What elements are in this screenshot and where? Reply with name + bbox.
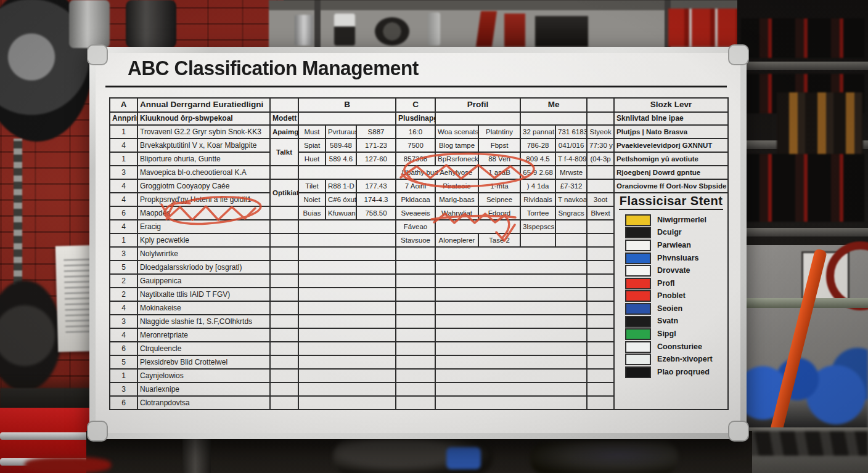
col-header-c: C bbox=[396, 98, 435, 112]
abc-classification-table: A Annual Derrgarnd Euratiedligni B C Pro… bbox=[109, 97, 729, 410]
shelf-disc bbox=[375, 17, 409, 46]
legend-item: Parwiean bbox=[616, 239, 726, 252]
frame-corner bbox=[728, 44, 749, 65]
title-underline bbox=[105, 86, 727, 87]
whiteboard: ABC Classification Management A Annual D… bbox=[89, 47, 747, 439]
rack-products bbox=[741, 154, 864, 222]
table-row: 1 Bliporture ohuria, Guntte Huet 589 4.6… bbox=[110, 152, 728, 166]
right-rack bbox=[737, 0, 868, 246]
subheader-stock: Sknlivtad blne ipae bbox=[614, 112, 728, 125]
col-header-stock: Slozk Levr bbox=[614, 98, 728, 112]
frame-corner bbox=[728, 421, 749, 442]
col-header-x bbox=[587, 98, 614, 112]
color-swatch bbox=[625, 366, 651, 378]
board-stand-pole bbox=[182, 436, 211, 473]
subheader-demand: Kiuuknoud ôrp-sbwpekoal bbox=[137, 112, 270, 125]
legend-item: Sipgl bbox=[616, 328, 726, 341]
legend-item: Pnoblet bbox=[616, 290, 726, 303]
color-swatch bbox=[625, 328, 651, 340]
workshop-scene: ABC Classification Management A Annual D… bbox=[0, 0, 868, 473]
table-row: 3 Mavoepica bl-o.cheootieroal K.A Ubathy… bbox=[110, 166, 728, 179]
header-row: A Annual Derrgarnd Euratiedligni B C Pro… bbox=[110, 98, 728, 112]
red-tool-2 bbox=[504, 14, 525, 47]
scribbled-cell bbox=[435, 220, 520, 233]
legend-item: Dcuigr bbox=[616, 227, 726, 240]
color-swatch bbox=[625, 278, 651, 289]
shelf-can bbox=[295, 15, 313, 46]
legend-cell: Flassicisar Stent Niwigrrmerlel Dcuigr P… bbox=[614, 193, 728, 410]
circled-cell: Ubathy bud Aehylyose bbox=[396, 166, 478, 179]
rack-products bbox=[741, 18, 864, 58]
blue-parts-pile bbox=[740, 338, 868, 430]
shelf-can-2 bbox=[334, 14, 355, 46]
blue-part bbox=[446, 447, 481, 469]
color-swatch bbox=[625, 253, 651, 264]
subheader-row: Annprine Kiuuknoud ôrp-sbwpekoal Modett … bbox=[110, 112, 728, 125]
frame-corner bbox=[87, 421, 108, 442]
drawer-handle bbox=[0, 432, 92, 440]
whiteboard-surface: ABC Classification Management A Annual D… bbox=[96, 53, 740, 433]
rack-shelf-board bbox=[737, 228, 868, 236]
dark-tools-on-table bbox=[734, 431, 868, 456]
subheader-model: Modett bbox=[270, 112, 298, 125]
color-swatch bbox=[625, 354, 651, 365]
col-header-model bbox=[270, 98, 298, 112]
color-swatch bbox=[625, 265, 651, 277]
board-title: ABC Classification Management bbox=[128, 57, 419, 80]
color-swatch bbox=[625, 227, 651, 238]
rack-shelf-board bbox=[737, 62, 868, 70]
color-swatch bbox=[625, 240, 651, 251]
table-row: 1 Trovavenl G2.2 Gryr sybin Snok-KK3 Apa… bbox=[110, 125, 728, 139]
col-header-demand: Annual Derrgarnd Euratiedligni bbox=[137, 98, 270, 112]
table-row: 4 Groggiotm Cooyaopy Caée Optikiat Tilet… bbox=[110, 179, 728, 193]
legend-item: Profl bbox=[616, 277, 726, 290]
legend-item: Niwigrrmerlel bbox=[616, 214, 726, 227]
red-paint-stain bbox=[25, 457, 111, 473]
top-shelf bbox=[269, 0, 762, 48]
bottle-jacks bbox=[777, 92, 863, 160]
col-header-b: B bbox=[298, 98, 396, 112]
legend-item: Seoien bbox=[616, 302, 726, 315]
legend-item: Coonsturiee bbox=[616, 341, 726, 354]
legend-item: Phvnsiuars bbox=[616, 252, 726, 265]
legend-item: Drovvate bbox=[616, 264, 726, 277]
table-row: 4 Brvekakptutitinl V x, Koar Mbalgpite T… bbox=[110, 139, 728, 152]
legend-item: Ezebn-xivopert bbox=[616, 354, 726, 366]
frame-corner bbox=[87, 44, 108, 65]
legend-item: Plao proqrued bbox=[616, 366, 726, 379]
engine-parts-2 bbox=[530, 441, 678, 473]
color-swatch bbox=[625, 303, 651, 315]
color-swatch bbox=[625, 316, 651, 328]
dark-box bbox=[535, 16, 588, 47]
subheader-c: Plusdinapg bbox=[396, 112, 435, 125]
col-header-me: Me bbox=[520, 98, 587, 112]
col-header-profit: Profil bbox=[435, 98, 520, 112]
color-swatch bbox=[625, 214, 651, 226]
table-row: 4 Propkpsnyd'gy Hoteni a fie goidil1 Noi… bbox=[110, 193, 728, 206]
color-swatch bbox=[625, 341, 651, 353]
col-header-a: A bbox=[110, 98, 137, 112]
silver-canister bbox=[69, 0, 110, 48]
dark-canister bbox=[126, 0, 176, 48]
shelf-bottle bbox=[428, 12, 440, 46]
legend-title: Flassicisar Stent bbox=[619, 195, 723, 210]
shelf-post bbox=[314, 0, 321, 48]
red-tool bbox=[476, 11, 497, 47]
color-swatch bbox=[625, 290, 651, 302]
subheader-a: Annprine bbox=[110, 112, 137, 125]
legend-item: Svatn bbox=[616, 315, 726, 328]
